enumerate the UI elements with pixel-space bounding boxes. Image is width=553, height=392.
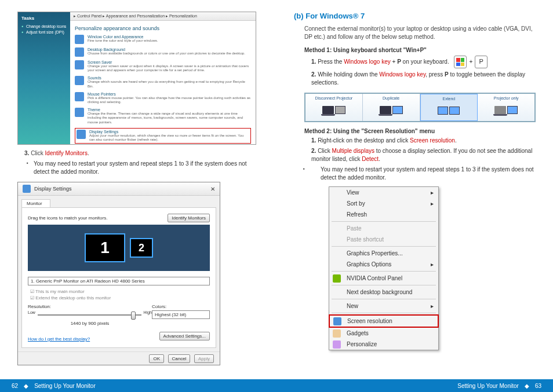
- task-item: Change desktop icons: [21, 24, 67, 28]
- desktop-context-menu: View Sort by Refresh Paste Paste shortcu…: [329, 186, 439, 350]
- panel-heading: Personalize appearance and sounds: [75, 25, 251, 31]
- desktop-bg-icon: [75, 47, 84, 57]
- extend-desktop-checkbox[interactable]: ☑ Extend the desktop onto this monitor: [28, 295, 210, 301]
- help-link[interactable]: How do I get the best display?: [28, 336, 90, 342]
- mouse-icon: [75, 92, 84, 101]
- monitor-2[interactable]: 2: [130, 238, 153, 258]
- disconnect-projector[interactable]: Disconnect Projector: [305, 94, 363, 121]
- projector-options-bar: Disconnect Projector Duplicate Extend Pr…: [304, 93, 536, 122]
- tasks-heading: Tasks: [21, 16, 67, 21]
- resolution-value: 1440 by 900 pixels: [28, 321, 152, 326]
- control-panel-screenshot: Tasks Change desktop icons Adjust font s…: [17, 12, 256, 145]
- extend-displays[interactable]: Extend: [420, 94, 478, 121]
- dialog-icon: [23, 185, 31, 193]
- gadgets-icon: [333, 329, 341, 338]
- method-1-title: Method 1: Using keyboard shortcut "Win+P…: [294, 47, 536, 53]
- windows-key-icon: [454, 56, 467, 68]
- tab-monitor[interactable]: Monitor: [21, 199, 50, 207]
- ctx-new[interactable]: New: [329, 301, 438, 312]
- ctx-view[interactable]: View: [329, 187, 438, 198]
- projector-only[interactable]: Projector only: [478, 94, 534, 121]
- monitor-dropdown[interactable]: 1. Generic PnP Monitor on ATI Radeon HD …: [28, 277, 210, 285]
- ok-button[interactable]: OK: [149, 354, 164, 363]
- colors-dropdown[interactable]: Highest (32 bit): [152, 310, 210, 319]
- ctx-nvidia[interactable]: NVIDIA Control Panel: [329, 273, 438, 284]
- monitor-1[interactable]: 1: [85, 233, 125, 262]
- page-number-right: Setting Up Your Monitor◆63: [457, 383, 541, 389]
- display-settings-icon: [77, 130, 86, 139]
- resolution-slider[interactable]: [38, 310, 141, 320]
- apply-button[interactable]: Apply: [194, 354, 214, 363]
- ctx-graphics-options[interactable]: Graphics Options: [329, 259, 438, 270]
- note-text: You may need to restart your system and …: [17, 160, 259, 176]
- personalize-icon: [333, 340, 341, 349]
- screensaver-icon: [75, 60, 84, 69]
- drag-instruction: Drag the icons to match your monitors.: [28, 215, 107, 221]
- ctx-screen-resolution[interactable]: Screen resolution: [329, 314, 439, 328]
- window-color-icon: [75, 35, 84, 44]
- ctx-sort[interactable]: Sort by: [329, 198, 438, 209]
- p-key-icon: P: [475, 56, 487, 68]
- ctx-refresh[interactable]: Refresh: [329, 209, 438, 220]
- duplicate-displays[interactable]: Duplicate: [363, 94, 420, 121]
- ctx-paste: Paste: [329, 223, 438, 234]
- ctx-gadgets[interactable]: Gadgets: [329, 328, 438, 339]
- breadcrumb: ▸ Control Panel ▸ Appearance and Persona…: [70, 12, 256, 21]
- identify-monitors-text: Identify Monitors: [45, 150, 88, 156]
- colors-label: Colors:: [152, 304, 210, 309]
- monitor-arrange-area[interactable]: 1 2: [28, 225, 210, 271]
- screen-resolution-icon: [333, 317, 341, 325]
- display-settings-dialog: Display Settings✕ Monitor Drag the icons…: [17, 182, 220, 365]
- step-number: 3.: [24, 150, 29, 156]
- method2-note: You may need to restart your system and …: [294, 166, 536, 182]
- close-icon[interactable]: ✕: [210, 186, 215, 192]
- ctx-graphics-properties[interactable]: Graphics Properties...: [329, 248, 438, 259]
- resolution-label: Resolution:: [28, 304, 152, 309]
- ctx-paste-shortcut: Paste shortcut: [329, 234, 438, 245]
- cancel-button[interactable]: Cancel: [168, 354, 191, 363]
- sounds-icon: [75, 76, 84, 85]
- ctx-personalize[interactable]: Personalize: [329, 339, 438, 350]
- page-number-left: 62◆Setting Up Your Monitor: [12, 383, 457, 389]
- intro-text: Connect the external monitor(s) to your …: [294, 25, 536, 41]
- method-2-title: Method 2: Using the "Screen Resolution" …: [294, 128, 536, 134]
- main-monitor-checkbox[interactable]: ☑ This is my main monitor: [28, 289, 210, 294]
- ctx-next-bg[interactable]: Next desktop background: [329, 287, 438, 298]
- nvidia-icon: [333, 274, 341, 283]
- task-item: Adjust font size (DPI): [21, 30, 67, 34]
- advanced-settings-button[interactable]: Advanced Settings...: [159, 332, 210, 340]
- section-heading: (b) For Windows® 7: [294, 12, 536, 20]
- identify-monitors-button[interactable]: Identify Monitors: [168, 214, 210, 222]
- theme-icon: [75, 108, 84, 117]
- dialog-title: Display Settings: [34, 186, 72, 192]
